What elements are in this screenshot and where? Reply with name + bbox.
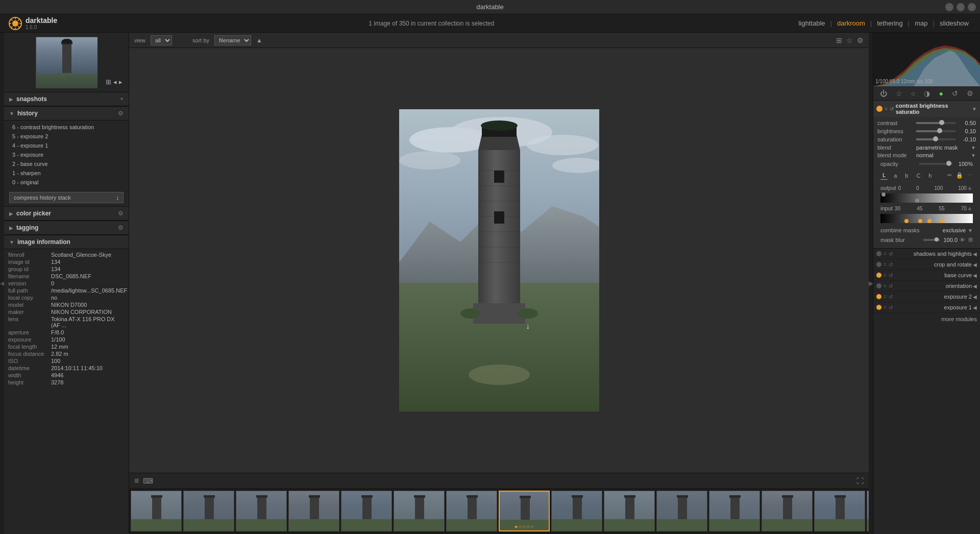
- color-icon[interactable]: ●: [937, 88, 945, 99]
- effects-icon[interactable]: ⚙: [965, 88, 975, 99]
- history-item[interactable]: 1 - sharpen: [4, 168, 129, 178]
- module-item[interactable]: = ↺ base curve ◀: [873, 270, 980, 281]
- nav-tethering[interactable]: tethering: [874, 18, 906, 28]
- module-reset-icon[interactable]: ↺: [890, 106, 894, 112]
- minimize-button[interactable]: ―: [945, 3, 953, 11]
- grid-icon[interactable]: ⊞: [836, 36, 842, 44]
- module-item-toggle[interactable]: [876, 294, 881, 299]
- opacity-slider[interactable]: [919, 163, 952, 165]
- expand-icon[interactable]: ⊞: [106, 78, 111, 86]
- maximize-button[interactable]: □: [957, 3, 965, 11]
- correction-icon[interactable]: ↺: [950, 88, 960, 99]
- module-eq-icon[interactable]: =: [885, 106, 888, 112]
- film-thumbnail[interactable]: [341, 491, 392, 531]
- contrast-slider[interactable]: [916, 122, 955, 124]
- module-item-toggle[interactable]: [876, 262, 881, 267]
- film-thumbnail[interactable]: [288, 491, 339, 531]
- combine-masks-value[interactable]: exclusive: [923, 227, 966, 233]
- image-info-header[interactable]: ▼ image information: [4, 235, 129, 249]
- film-thumbnail[interactable]: [236, 491, 287, 531]
- module-item-eq-icon[interactable]: =: [884, 305, 887, 310]
- history-item[interactable]: 2 - base curve: [4, 159, 129, 168]
- left-panel-handle[interactable]: ◀: [0, 33, 4, 534]
- module-item-arrow[interactable]: ◀: [973, 251, 977, 257]
- blend-mode-value[interactable]: normal: [916, 152, 969, 158]
- history-item[interactable]: 0 - original: [4, 178, 129, 187]
- lut-tab-C[interactable]: C: [914, 172, 922, 180]
- nav-darkroom[interactable]: darkroom: [834, 18, 868, 28]
- mask-blur-slider[interactable]: [923, 239, 940, 241]
- module-item[interactable]: = ↺ exposure 1 ◀: [873, 302, 980, 313]
- module-item-arrow[interactable]: ◀: [973, 294, 977, 300]
- module-item-reset-icon[interactable]: ↺: [889, 273, 893, 278]
- nav-prev-icon[interactable]: ◂: [113, 78, 117, 86]
- film-thumbnail[interactable]: [183, 491, 234, 531]
- lut-tab-a[interactable]: a: [892, 172, 899, 180]
- blend-dropdown-icon[interactable]: ▼: [971, 145, 976, 151]
- nav-lighttable[interactable]: lighttable: [795, 18, 828, 28]
- output-add-icon[interactable]: +: [967, 184, 973, 192]
- more-modules-button[interactable]: more modules: [873, 313, 980, 325]
- presets-icon[interactable]: ☆: [894, 88, 904, 99]
- snapshots-header[interactable]: ▶ snapshots +: [4, 92, 129, 106]
- tone-icon[interactable]: ◑: [922, 88, 932, 99]
- module-item-arrow[interactable]: ◀: [973, 283, 977, 289]
- close-button[interactable]: ✕: [968, 3, 976, 11]
- history-item[interactable]: 3 - exposure: [4, 150, 129, 159]
- menu-icon[interactable]: ≡: [134, 476, 139, 486]
- curve-edit-icon[interactable]: ✏: [947, 172, 952, 179]
- curve-lock-icon[interactable]: 🔒: [956, 172, 963, 179]
- combine-masks-dropdown-icon[interactable]: ▼: [968, 228, 973, 233]
- lut-tab-b[interactable]: b: [903, 172, 910, 180]
- history-item[interactable]: 6 - contrast brightness saturation: [4, 123, 129, 132]
- keymap-icon[interactable]: ⌨: [143, 477, 153, 485]
- module-item-eq-icon[interactable]: =: [884, 262, 887, 268]
- module-item-eq-icon[interactable]: =: [884, 273, 887, 278]
- module-item-eq-icon[interactable]: =: [884, 251, 887, 257]
- tagging-header[interactable]: ▶ tagging ⚙: [4, 221, 129, 235]
- input-add-icon[interactable]: +: [967, 205, 973, 213]
- module-item-arrow[interactable]: ◀: [973, 273, 977, 278]
- module-item[interactable]: = ↺ orientation ◀: [873, 281, 980, 292]
- film-thumbnail[interactable]: [551, 491, 602, 531]
- module-item[interactable]: = ↺ shadows and highlights ◀: [873, 249, 980, 259]
- history-item[interactable]: 5 - exposure 2: [4, 132, 129, 141]
- film-thumbnail[interactable]: [604, 491, 655, 531]
- film-thumbnail[interactable]: [131, 491, 182, 531]
- tagging-settings-icon[interactable]: ⚙: [118, 224, 124, 231]
- film-thumbnail[interactable]: [709, 491, 760, 531]
- lut-tab-h[interactable]: h: [926, 172, 934, 180]
- film-thumbnail[interactable]: ★☆☆☆☆: [499, 491, 550, 531]
- film-thumbnail[interactable]: [814, 491, 865, 531]
- module-item[interactable]: = ↺ crop and rotate ◀: [873, 259, 980, 270]
- module-item-reset-icon[interactable]: ↺: [889, 294, 893, 300]
- history-header[interactable]: ▼ history ⚙: [4, 106, 129, 120]
- color-picker-settings-icon[interactable]: ⚙: [118, 210, 124, 217]
- mask-eye-icon[interactable]: 👁: [960, 237, 965, 243]
- module-item-toggle[interactable]: [876, 305, 881, 310]
- module-enable-toggle[interactable]: [876, 106, 883, 112]
- module-item[interactable]: = ↺ exposure 2 ◀: [873, 292, 980, 302]
- module-item-arrow[interactable]: ◀: [973, 305, 977, 310]
- saturation-slider[interactable]: [916, 138, 955, 140]
- film-thumbnail[interactable]: [656, 491, 707, 531]
- module-item-reset-icon[interactable]: ↺: [889, 251, 893, 257]
- snapshots-add-icon[interactable]: +: [120, 95, 124, 103]
- nav-map[interactable]: map: [912, 18, 930, 28]
- right-panel-handle[interactable]: ▶: [869, 33, 873, 534]
- module-item-arrow[interactable]: ◀: [973, 262, 977, 268]
- module-item-eq-icon[interactable]: =: [884, 283, 887, 289]
- module-item-toggle[interactable]: [876, 273, 881, 278]
- star-icon[interactable]: ☆: [846, 36, 853, 44]
- brightness-slider[interactable]: [916, 130, 955, 132]
- base-icon[interactable]: ○: [909, 88, 917, 99]
- nav-slideshow[interactable]: slideshow: [937, 18, 972, 28]
- lut-tab-L[interactable]: L: [880, 171, 888, 180]
- color-picker-header[interactable]: ▶ color picker ⚙: [4, 206, 129, 221]
- film-thumbnail[interactable]: [762, 491, 813, 531]
- compress-history-button[interactable]: compress history stack ↨: [9, 192, 124, 203]
- blend-value[interactable]: parametric mask: [916, 144, 969, 151]
- module-item-toggle[interactable]: [876, 251, 881, 256]
- mask-edit-icon[interactable]: ⊞: [968, 236, 973, 243]
- history-settings-icon[interactable]: ⚙: [118, 110, 124, 117]
